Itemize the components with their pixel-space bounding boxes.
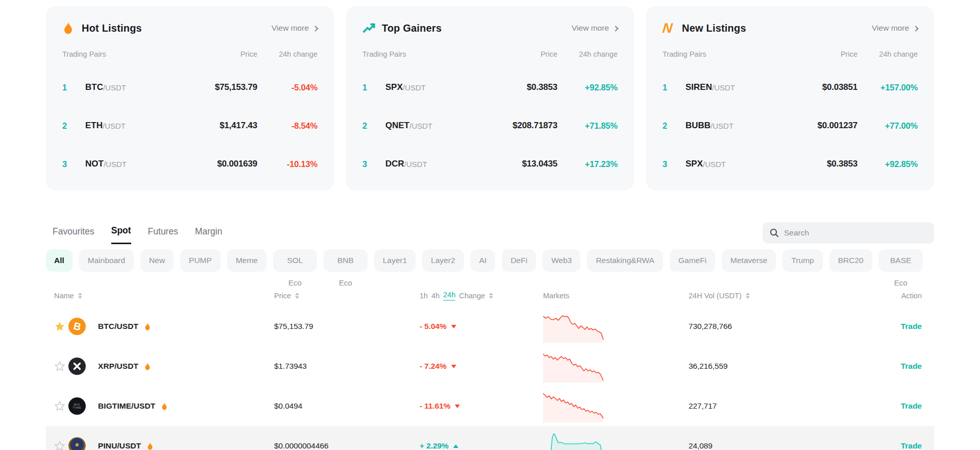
change: +71.85% (557, 121, 618, 131)
chip-sol-eco[interactable]: SOLEco (273, 249, 317, 272)
table-row-pinu[interactable]: PINU/USDT $0.0000004466 + 2.29% 24,089 T… (46, 426, 934, 450)
col-24h-change: 24h change (257, 50, 317, 58)
chip-metaverse[interactable]: Metaverse (722, 249, 776, 272)
pair-quote: /USDT (404, 160, 427, 169)
pinu-coin-icon (68, 437, 86, 450)
tab-spot[interactable]: Spot (111, 225, 131, 244)
pair-base: SIREN (685, 82, 712, 92)
price: $75,153.79 (274, 322, 420, 331)
down-caret-icon (451, 365, 456, 368)
chip-layer1[interactable]: Layer1 (374, 249, 415, 272)
volume: 24,089 (689, 441, 842, 450)
pair-base: QNET (385, 121, 409, 131)
trade-link[interactable]: Trade (901, 401, 922, 411)
change: +77.00% (857, 121, 918, 131)
chip-defi[interactable]: DeFi (502, 249, 536, 272)
chip-mainboard[interactable]: Mainboard (79, 249, 134, 272)
sort-icon[interactable] (295, 293, 299, 299)
chip-brc20[interactable]: BRC20 (829, 249, 872, 272)
col-trading-pairs: Trading Pairs (62, 50, 176, 58)
card-row[interactable]: 3NOT/USDT $0.001639 -10.13% (62, 154, 317, 174)
header-name: Name (46, 292, 274, 300)
n-logo-icon: N (663, 20, 678, 36)
chip-gamefi[interactable]: GameFi (670, 249, 715, 272)
change-1h[interactable]: 1h (420, 292, 428, 300)
tab-favourites[interactable]: Favourites (53, 225, 94, 244)
xrp-coin-icon (68, 358, 86, 375)
table-row-bigtime[interactable]: BIGTIME BIGTIME/USDT $0.0494 - 11.61% 22… (46, 386, 934, 426)
search-input[interactable] (784, 228, 927, 238)
table-row-xrp[interactable]: XRP/USDT $1.73943 - 7.24% 36,216,559 Tra… (46, 346, 934, 386)
price: $208.71873 (476, 121, 557, 131)
card-row[interactable]: 3DCR/USDT $13.0435 +17.23% (362, 154, 618, 174)
chip-meme[interactable]: Meme (227, 249, 266, 272)
card-row[interactable]: 2BUBB/USDT $0.001237 +77.00% (663, 115, 918, 136)
trend-up-icon (362, 21, 378, 35)
flame-icon (144, 362, 151, 371)
chip-trump[interactable]: Trump (782, 249, 822, 272)
favorite-star-icon[interactable] (54, 361, 65, 372)
view-more-button[interactable]: View more (272, 23, 317, 33)
category-chips: All Mainboard New PUMP Meme SOLEco BNBEc… (46, 249, 934, 272)
tab-futures[interactable]: Futures (148, 225, 178, 244)
chip-new[interactable]: New (140, 249, 174, 272)
trade-link[interactable]: Trade (901, 441, 922, 450)
chip-all[interactable]: All (46, 249, 72, 272)
col-trading-pairs: Trading Pairs (362, 50, 476, 58)
chip-restaking-rwa[interactable]: Restaking&RWA (587, 249, 663, 272)
card-hot-listings: Hot Listings View more Trading Pairs Pri… (46, 6, 334, 191)
price: $1,417.43 (176, 121, 257, 131)
rank: 1 (663, 83, 685, 92)
chip-base-eco[interactable]: BASEEco (879, 249, 923, 272)
card-row[interactable]: 2ETH/USDT $1,417.43 -8.54% (62, 115, 317, 136)
pair-base: DCR (385, 159, 404, 169)
chevron-right-icon (612, 26, 618, 31)
col-price: Price (176, 50, 257, 58)
flame-icon (161, 401, 168, 411)
btc-coin-icon: B (68, 318, 86, 335)
view-more-button[interactable]: View more (572, 23, 618, 33)
card-row[interactable]: 1BTC/USDT $75,153.79 -5.04% (62, 77, 317, 98)
chip-ai[interactable]: AI (471, 249, 496, 272)
chip-pump[interactable]: PUMP (180, 249, 220, 272)
pair-label: BTC/USDT (98, 322, 138, 331)
card-title: Top Gainers (382, 22, 442, 34)
card-row[interactable]: 1SPX/USDT $0.3853 +92.85% (362, 77, 618, 98)
trade-link[interactable]: Trade (901, 362, 922, 371)
sort-icon[interactable] (78, 293, 82, 299)
change-4h[interactable]: 4h (431, 292, 439, 300)
change-24h[interactable]: 24h (443, 291, 455, 301)
change: +92.85% (557, 83, 618, 92)
card-row[interactable]: 3SPX/USDT $0.3853 +92.85% (663, 154, 918, 174)
rank: 3 (362, 159, 385, 169)
col-24h-change: 24h change (857, 50, 918, 58)
pair-label: PINU/USDT (98, 441, 141, 450)
view-more-button[interactable]: View more (872, 23, 918, 33)
chevron-right-icon (312, 26, 318, 31)
pair-label: BIGTIME/USDT (98, 401, 155, 411)
sparkline-chart (543, 390, 689, 422)
up-caret-icon (453, 444, 458, 448)
tab-margin[interactable]: Margin (195, 225, 223, 244)
pair-base: ETH (85, 121, 103, 131)
search-box[interactable] (763, 222, 934, 244)
card-row[interactable]: 2QNET/USDT $208.71873 +71.85% (362, 115, 618, 136)
chip-bnb-eco[interactable]: BNBEco (324, 249, 368, 272)
sort-icon[interactable] (746, 293, 750, 299)
favorite-star-icon[interactable] (54, 400, 65, 412)
header-vol: 24H Vol (USDT) (689, 292, 842, 300)
trade-link[interactable]: Trade (901, 322, 922, 331)
table-row-btc[interactable]: B BTC/USDT $75,153.79 - 5.04% 730,278,76… (46, 306, 934, 346)
rank: 2 (663, 121, 685, 131)
chip-web3[interactable]: Web3 (543, 249, 580, 272)
chip-layer2[interactable]: Layer2 (422, 249, 463, 272)
card-column-headers: Trading Pairs Price 24h change (663, 49, 918, 59)
favorite-star-icon[interactable] (54, 440, 65, 450)
sort-icon[interactable] (489, 293, 493, 299)
volume: 227,717 (689, 401, 842, 411)
favorite-star-icon[interactable] (54, 321, 65, 332)
down-caret-icon (451, 325, 456, 328)
rank: 3 (62, 159, 85, 169)
card-row[interactable]: 1SIREN/USDT $0.03851 +157.00% (663, 77, 918, 98)
card-new-listings: N New Listings View more Trading Pairs P… (646, 6, 934, 191)
